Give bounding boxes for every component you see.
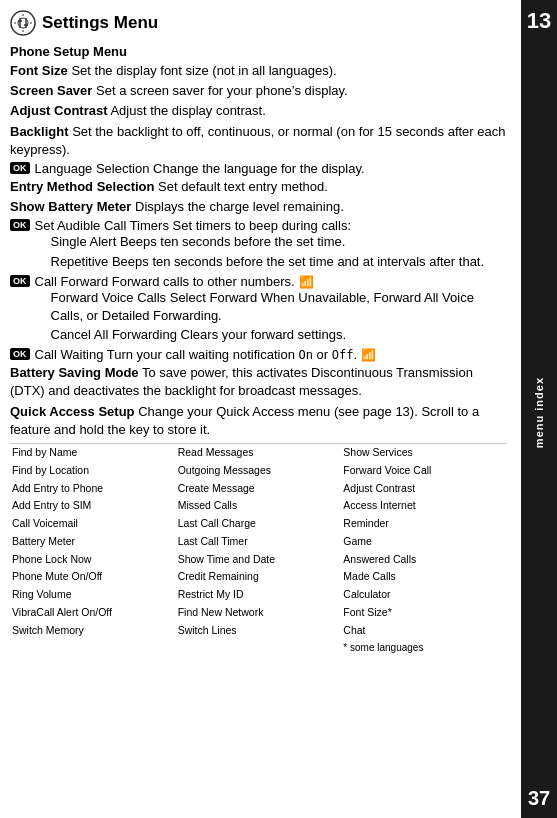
list-item: Battery Meter bbox=[10, 533, 176, 551]
list-item: Find by Name bbox=[10, 444, 176, 462]
list-item: Font Size* bbox=[341, 604, 507, 622]
audible-timers-label: Set Audible Call Timers bbox=[35, 218, 169, 233]
show-battery-entry: Show Battery Meter Displays the charge l… bbox=[10, 198, 507, 216]
cancel-forwarding-label: Cancel All Forwarding bbox=[51, 327, 177, 342]
main-content: Settings Menu Phone Setup Menu Font Size… bbox=[0, 0, 521, 818]
adjust-contrast-label: Adjust Contrast bbox=[10, 103, 108, 118]
show-battery-desc: Displays the charge level remaining. bbox=[131, 199, 343, 214]
screen-saver-desc: Set a screen saver for your phone’s disp… bbox=[92, 83, 347, 98]
forward-voice-entry: Forward Voice Calls Select Forward When … bbox=[51, 289, 508, 325]
table-col-2: Read Messages Outgoing Messages Create M… bbox=[176, 444, 342, 656]
list-item: Read Messages bbox=[176, 444, 342, 462]
list-item: Last Call Timer bbox=[176, 533, 342, 551]
language-selection-label: Language Selection bbox=[35, 161, 150, 176]
language-selection-desc: Change the language for the display. bbox=[149, 161, 364, 176]
call-forward-content: Call Forward Forward calls to other numb… bbox=[35, 274, 508, 346]
entry-method-desc: Set default text entry method. bbox=[154, 179, 327, 194]
ok-badge: OK bbox=[10, 162, 30, 174]
call-waiting-label: Call Waiting bbox=[35, 347, 104, 362]
list-item: Phone Mute On/Off bbox=[10, 568, 176, 586]
sidebar-label: menu index bbox=[533, 377, 545, 448]
off-text: Off bbox=[332, 348, 354, 362]
list-item: Last Call Charge bbox=[176, 515, 342, 533]
table-col-3: Show Services Forward Voice Call Adjust … bbox=[341, 444, 507, 656]
list-item: Calculator bbox=[341, 586, 507, 604]
list-item: Chat bbox=[341, 622, 507, 640]
table-col-1: Find by Name Find by Location Add Entry … bbox=[10, 444, 176, 656]
backlight-label: Backlight bbox=[10, 124, 69, 139]
repetitive-label: Repetitive bbox=[51, 254, 109, 269]
repetitive-entry: Repetitive Beeps ten seconds before the … bbox=[51, 253, 508, 271]
list-item: Find by Location bbox=[10, 462, 176, 480]
cancel-forwarding-entry: Cancel All Forwarding Clears your forwar… bbox=[51, 326, 508, 344]
screen-saver-entry: Screen Saver Set a screen saver for your… bbox=[10, 82, 507, 100]
list-item: VibraCall Alert On/Off bbox=[10, 604, 176, 622]
ok-badge-2: OK bbox=[10, 219, 30, 231]
call-forward-entry: OK Call Forward Forward calls to other n… bbox=[10, 274, 507, 346]
single-alert-entry: Single Alert Beeps ten seconds before th… bbox=[51, 233, 508, 251]
list-item: Restrict My ID bbox=[176, 586, 342, 604]
list-item: Made Calls bbox=[341, 568, 507, 586]
forward-voice-label: Forward Voice Calls bbox=[51, 290, 167, 305]
audible-timers-entry: OK Set Audible Call Timers Set timers to… bbox=[10, 218, 507, 271]
language-selection-content: Language Selection Change the language f… bbox=[35, 161, 508, 176]
list-item: Missed Calls bbox=[176, 497, 342, 515]
quick-access-table: Find by Name Find by Location Add Entry … bbox=[10, 443, 507, 656]
page-number: 37 bbox=[528, 787, 550, 810]
repetitive-desc: Beeps ten seconds before the set time an… bbox=[108, 254, 484, 269]
list-item: Switch Lines bbox=[176, 622, 342, 640]
font-size-desc: Set the display font size (not in all la… bbox=[68, 63, 337, 78]
header: Settings Menu bbox=[10, 10, 507, 36]
quick-access-label: Quick Access Setup bbox=[10, 404, 135, 419]
call-waiting-entry: OK Call Waiting Turn your call waiting n… bbox=[10, 347, 507, 362]
list-item: Game bbox=[341, 533, 507, 551]
language-selection-entry: OK Language Selection Change the languag… bbox=[10, 161, 507, 176]
page-title: Settings Menu bbox=[42, 13, 158, 33]
signal-icon-2: 📶 bbox=[361, 348, 376, 362]
list-item: Access Internet bbox=[341, 497, 507, 515]
signal-icon-1: 📶 bbox=[299, 275, 314, 289]
sidebar: 13 menu index 37 bbox=[521, 0, 557, 818]
list-item: Ring Volume bbox=[10, 586, 176, 604]
entry-method-entry: Entry Method Selection Set default text … bbox=[10, 178, 507, 196]
screen-saver-label: Screen Saver bbox=[10, 83, 92, 98]
list-item: Show Time and Date bbox=[176, 551, 342, 569]
list-item: Adjust Contrast bbox=[341, 480, 507, 498]
settings-icon bbox=[10, 10, 36, 36]
font-size-label: Font Size bbox=[10, 63, 68, 78]
call-waiting-content: Call Waiting Turn your call waiting noti… bbox=[35, 347, 508, 362]
chapter-number: 13 bbox=[527, 8, 551, 34]
list-item: Find New Network bbox=[176, 604, 342, 622]
cancel-forwarding-desc: Clears your forward settings. bbox=[177, 327, 346, 342]
list-item: Show Services bbox=[341, 444, 507, 462]
list-item: Phone Lock Now bbox=[10, 551, 176, 569]
phone-setup-title: Phone Setup Menu bbox=[10, 44, 507, 59]
adjust-contrast-entry: Adjust Contrast Adjust the display contr… bbox=[10, 102, 507, 120]
list-item: Create Message bbox=[176, 480, 342, 498]
call-waiting-desc: Turn your call waiting notification On o… bbox=[103, 347, 357, 362]
list-item: Credit Remaining bbox=[176, 568, 342, 586]
list-item: Forward Voice Call bbox=[341, 462, 507, 480]
list-item: Switch Memory bbox=[10, 622, 176, 640]
list-item: Reminder bbox=[341, 515, 507, 533]
backlight-desc: Set the backlight to off, continuous, or… bbox=[10, 124, 505, 157]
ok-badge-3: OK bbox=[10, 275, 30, 287]
audible-timers-desc: Set timers to beep during calls: bbox=[169, 218, 351, 233]
single-alert-label: Single Alert bbox=[51, 234, 117, 249]
adjust-contrast-desc: Adjust the display contrast. bbox=[108, 103, 266, 118]
list-item: * some languages bbox=[341, 639, 507, 656]
ok-badge-4: OK bbox=[10, 348, 30, 360]
call-forward-desc: Forward calls to other numbers. bbox=[108, 274, 294, 289]
battery-saving-entry: Battery Saving Mode To save power, this … bbox=[10, 364, 507, 400]
font-size-entry: Font Size Set the display font size (not… bbox=[10, 62, 507, 80]
single-alert-desc: Beeps ten seconds before the set time. bbox=[116, 234, 345, 249]
entry-method-label: Entry Method Selection bbox=[10, 179, 154, 194]
backlight-entry: Backlight Set the backlight to off, cont… bbox=[10, 123, 507, 159]
list-item: Add Entry to Phone bbox=[10, 480, 176, 498]
on-text: On bbox=[298, 348, 312, 362]
list-item: Outgoing Messages bbox=[176, 462, 342, 480]
list-item: Call Voicemail bbox=[10, 515, 176, 533]
call-forward-label: Call Forward bbox=[35, 274, 109, 289]
list-item: Answered Calls bbox=[341, 551, 507, 569]
show-battery-label: Show Battery Meter bbox=[10, 199, 131, 214]
